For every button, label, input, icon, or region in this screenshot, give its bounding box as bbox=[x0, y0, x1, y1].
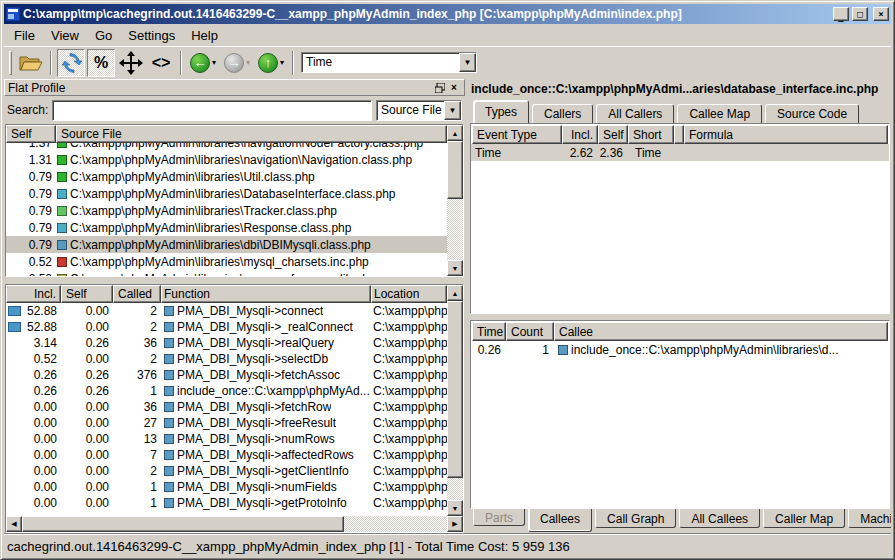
scroll-down-icon[interactable]: ▼ bbox=[447, 260, 463, 276]
function-row[interactable]: 0.00 0.00 13 PMA_DBI_Mysqli->numRows C:\… bbox=[6, 431, 447, 447]
column-header-self[interactable]: Self bbox=[598, 125, 628, 144]
event-type-row[interactable]: Time 2.62 2.36 Time bbox=[471, 144, 889, 161]
column-header-short[interactable]: Short bbox=[628, 125, 674, 144]
callee-row[interactable]: 0.26 1 include_once::C:\xampp\phpMyAdmin… bbox=[471, 341, 889, 358]
function-row[interactable]: 52.88 0.00 2 PMA_DBI_Mysqli->connect C:\… bbox=[6, 303, 447, 319]
function-row[interactable]: 0.00 0.00 2 PMA_DBI_Mysqli->getClientInf… bbox=[6, 463, 447, 479]
menu-item[interactable]: Help bbox=[183, 26, 226, 45]
column-header-event-type[interactable]: Event Type bbox=[472, 125, 562, 144]
scrollbar-thumb[interactable] bbox=[22, 516, 344, 532]
open-file-button[interactable] bbox=[17, 49, 45, 77]
source-file-row[interactable]: 0.79 C:\xampp\phpMyAdmin\libraries\Track… bbox=[6, 202, 447, 219]
column-header-callee[interactable]: Callee bbox=[554, 322, 888, 341]
menu-item[interactable]: Go bbox=[87, 26, 120, 45]
source-table-vertical-scrollbar[interactable]: ▲ ▼ bbox=[447, 125, 463, 276]
scroll-up-icon[interactable]: ▲ bbox=[447, 285, 463, 301]
column-header-blank[interactable] bbox=[674, 125, 684, 144]
maximize-button[interactable]: □ bbox=[852, 7, 868, 21]
function-row[interactable]: 0.00 0.00 1 PMA_DBI_Mysqli->getProtoInfo… bbox=[6, 495, 447, 511]
column-header-self[interactable]: Self bbox=[61, 285, 113, 303]
column-header-count[interactable]: Count bbox=[506, 322, 554, 341]
dock-header[interactable]: Flat Profile × bbox=[4, 79, 465, 96]
scrollbar-thumb[interactable] bbox=[447, 141, 463, 199]
column-header-formula[interactable]: Formula bbox=[684, 125, 888, 144]
detail-tab[interactable]: All Callers bbox=[596, 104, 674, 123]
expand-areas-button[interactable] bbox=[117, 49, 145, 77]
menu-item[interactable]: File bbox=[6, 26, 43, 45]
combobox-dropdown-icon[interactable]: ▼ bbox=[444, 101, 461, 120]
function-table-horizontal-scrollbar[interactable]: ◀ ▶ bbox=[6, 516, 463, 532]
column-header-time[interactable]: Time bbox=[472, 322, 506, 341]
function-row[interactable]: 0.26 0.26 1 include_once::C:\xampp\phpMy… bbox=[6, 383, 447, 399]
source-file-row[interactable]: 0.52 C:\xampp\phpMyAdmin\libraries\user_… bbox=[6, 270, 447, 276]
bottom-tab[interactable]: Caller Map bbox=[763, 509, 845, 528]
group-by-combobox[interactable]: Source File ▼ bbox=[376, 100, 462, 121]
function-row[interactable]: 0.52 0.00 2 PMA_DBI_Mysqli->selectDb C:\… bbox=[6, 351, 447, 367]
detail-tab[interactable]: Source Code bbox=[765, 104, 859, 123]
cost-color-icon bbox=[57, 274, 67, 277]
function-row[interactable]: 52.88 0.00 2 PMA_DBI_Mysqli->_realConnec… bbox=[6, 319, 447, 335]
search-input[interactable] bbox=[52, 100, 372, 121]
detail-tab[interactable]: Types bbox=[473, 100, 529, 123]
scroll-left-icon[interactable]: ◀ bbox=[6, 516, 22, 532]
column-header-incl[interactable]: Incl. bbox=[6, 285, 61, 303]
title-bar[interactable]: C:\xampp\tmp\cachegrind.out.1416463299-C… bbox=[4, 4, 891, 24]
function-row[interactable]: 0.00 0.00 7 PMA_DBI_Mysqli->affectedRows… bbox=[6, 447, 447, 463]
close-button[interactable]: × bbox=[873, 7, 889, 21]
up-dropdown-icon[interactable]: ▾ bbox=[280, 58, 284, 67]
source-file-row[interactable]: 0.79 C:\xampp\phpMyAdmin\libraries\Respo… bbox=[6, 219, 447, 236]
menu-item[interactable]: Settings bbox=[120, 26, 183, 45]
function-row[interactable]: 0.00 0.00 36 PMA_DBI_Mysqli->fetchRow C:… bbox=[6, 399, 447, 415]
cost-color-icon bbox=[57, 155, 67, 165]
event-type-combobox[interactable]: Time ▼ bbox=[301, 52, 477, 73]
close-dock-button[interactable]: × bbox=[447, 81, 461, 94]
function-row[interactable]: 0.26 0.26 376 PMA_DBI_Mysqli->fetchAssoc… bbox=[6, 367, 447, 383]
column-header-self[interactable]: Self bbox=[6, 125, 56, 143]
menu-item[interactable]: View bbox=[43, 26, 87, 45]
detail-tab[interactable]: Callers bbox=[532, 104, 593, 123]
column-header-location[interactable]: Location bbox=[371, 285, 447, 303]
source-file-row[interactable]: 0.79 C:\xampp\phpMyAdmin\libraries\Datab… bbox=[6, 185, 447, 202]
combobox-dropdown-icon[interactable]: ▼ bbox=[459, 53, 476, 72]
cycle-detection-button[interactable] bbox=[57, 49, 85, 77]
function-row[interactable]: 0.00 0.00 1 PMA_DBI_Mysqli->numFields C:… bbox=[6, 479, 447, 495]
scroll-down-icon[interactable]: ▼ bbox=[447, 500, 463, 516]
bottom-tab[interactable]: Call Graph bbox=[595, 509, 676, 528]
toolbar-separator bbox=[50, 51, 52, 75]
column-header-incl[interactable]: Incl. bbox=[562, 125, 598, 144]
callee-icon bbox=[558, 345, 568, 355]
bottom-tab[interactable]: All Callees bbox=[679, 509, 760, 528]
column-header-called[interactable]: Called bbox=[113, 285, 161, 303]
up-button-group[interactable]: ↑ ▾ bbox=[255, 53, 287, 73]
dock-splitter[interactable] bbox=[4, 277, 465, 284]
detail-tab[interactable]: Callee Map bbox=[677, 104, 762, 123]
cost-color-icon bbox=[57, 143, 67, 148]
column-header-function[interactable]: Function bbox=[161, 285, 371, 303]
bottom-tab[interactable]: Parts bbox=[473, 509, 525, 526]
function-row[interactable]: 3.14 0.26 36 PMA_DBI_Mysqli->realQuery C… bbox=[6, 335, 447, 351]
bottom-tab[interactable]: Machine bbox=[848, 509, 891, 528]
scrollbar-thumb[interactable] bbox=[447, 301, 463, 478]
source-file-row[interactable]: 0.79 C:\xampp\phpMyAdmin\libraries\dbi\D… bbox=[6, 236, 447, 253]
back-dropdown-icon[interactable]: ▾ bbox=[212, 58, 216, 67]
source-file-row[interactable]: 0.79 C:\xampp\phpMyAdmin\libraries\Util.… bbox=[6, 168, 447, 185]
back-icon[interactable]: ← bbox=[190, 53, 210, 73]
source-file-row[interactable]: 1.31 C:\xampp\phpMyAdmin\libraries\navig… bbox=[6, 151, 447, 168]
back-button-group[interactable]: ← ▾ bbox=[187, 53, 219, 73]
kcachegrind-window: C:\xampp\tmp\cachegrind.out.1416463299-C… bbox=[0, 0, 895, 560]
source-file-row[interactable]: 0.52 C:\xampp\phpMyAdmin\libraries\mysql… bbox=[6, 253, 447, 270]
forward-dropdown-icon: ▾ bbox=[246, 58, 250, 67]
scroll-up-icon[interactable]: ▲ bbox=[447, 125, 463, 141]
function-table-vertical-scrollbar[interactable]: ▲ ▼ bbox=[447, 285, 463, 516]
float-dock-button[interactable] bbox=[433, 81, 447, 94]
minimize-button[interactable]: _ bbox=[833, 7, 849, 21]
function-row[interactable]: 0.00 0.00 27 PMA_DBI_Mysqli->freeResult … bbox=[6, 415, 447, 431]
bottom-tab[interactable]: Callees bbox=[528, 509, 592, 532]
source-file-row[interactable]: 1.37 C:\xampp\phpMyAdmin\libraries\navig… bbox=[6, 143, 447, 151]
shorten-templates-button[interactable]: <> bbox=[147, 49, 175, 77]
scroll-right-icon[interactable]: ▶ bbox=[447, 516, 463, 532]
percentage-button[interactable]: % bbox=[87, 49, 115, 77]
up-icon[interactable]: ↑ bbox=[258, 53, 278, 73]
toolbar-handle[interactable] bbox=[9, 51, 12, 75]
column-header-source-file[interactable]: Source File bbox=[56, 125, 447, 143]
